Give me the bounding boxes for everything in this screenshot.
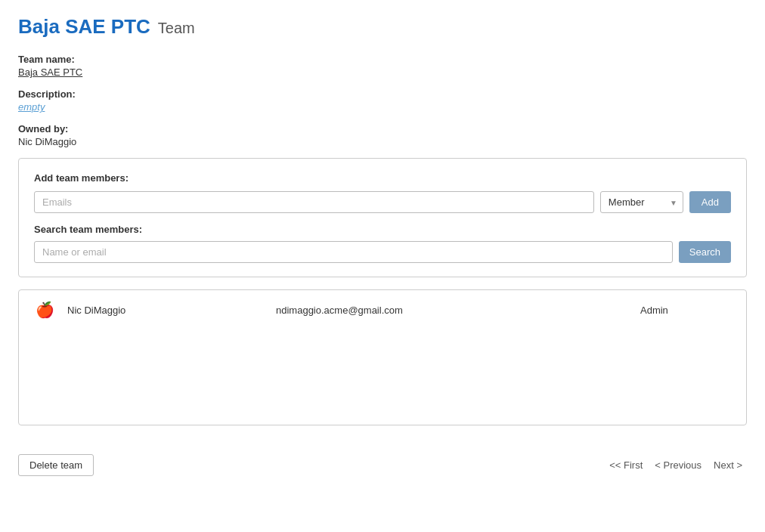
page-subtitle: Team bbox=[158, 20, 195, 37]
owned-by-label: Owned by: bbox=[18, 123, 747, 135]
owned-by-section: Owned by: Nic DiMaggio bbox=[18, 123, 747, 147]
owned-by-value: Nic DiMaggio bbox=[18, 136, 747, 147]
member-row: 🍎 Nic DiMaggio ndimaggio.acme@gmail.com … bbox=[19, 290, 746, 329]
add-members-label: Add team members: bbox=[34, 172, 731, 184]
search-members-row: Search bbox=[34, 241, 731, 263]
previous-button[interactable]: < Previous bbox=[650, 456, 706, 474]
member-email: ndimaggio.acme@gmail.com bbox=[276, 305, 628, 316]
role-select-wrap: Member Admin ▼ bbox=[600, 191, 683, 213]
footer: Delete team << First < Previous Next > bbox=[18, 448, 747, 476]
emails-input[interactable] bbox=[34, 191, 594, 213]
team-name-label: Team name: bbox=[18, 54, 747, 65]
add-members-row: Member Admin ▼ Add bbox=[34, 191, 731, 213]
member-avatar: 🍎 bbox=[34, 301, 55, 319]
page-header: Baja SAE PTC Team bbox=[18, 15, 747, 39]
role-select[interactable]: Member Admin bbox=[600, 191, 683, 213]
description-value[interactable]: empty bbox=[18, 101, 747, 113]
page-title: Baja SAE PTC bbox=[18, 15, 150, 39]
pagination: << First < Previous Next > bbox=[605, 456, 747, 474]
first-button[interactable]: << First bbox=[605, 456, 647, 474]
team-name-section: Team name: Baja SAE PTC bbox=[18, 54, 747, 78]
add-members-panel: Add team members: Member Admin ▼ Add Sea… bbox=[18, 158, 747, 277]
member-name: Nic DiMaggio bbox=[67, 305, 264, 316]
team-name-value: Baja SAE PTC bbox=[18, 66, 747, 78]
search-members-label: Search team members: bbox=[34, 224, 731, 235]
search-input[interactable] bbox=[34, 241, 673, 263]
delete-team-button[interactable]: Delete team bbox=[18, 454, 94, 476]
search-button[interactable]: Search bbox=[679, 241, 731, 263]
description-label: Description: bbox=[18, 88, 747, 100]
next-button[interactable]: Next > bbox=[709, 456, 747, 474]
member-role: Admin bbox=[640, 305, 731, 316]
members-panel: 🍎 Nic DiMaggio ndimaggio.acme@gmail.com … bbox=[18, 289, 747, 425]
add-button[interactable]: Add bbox=[689, 191, 731, 213]
description-section: Description: empty bbox=[18, 88, 747, 113]
